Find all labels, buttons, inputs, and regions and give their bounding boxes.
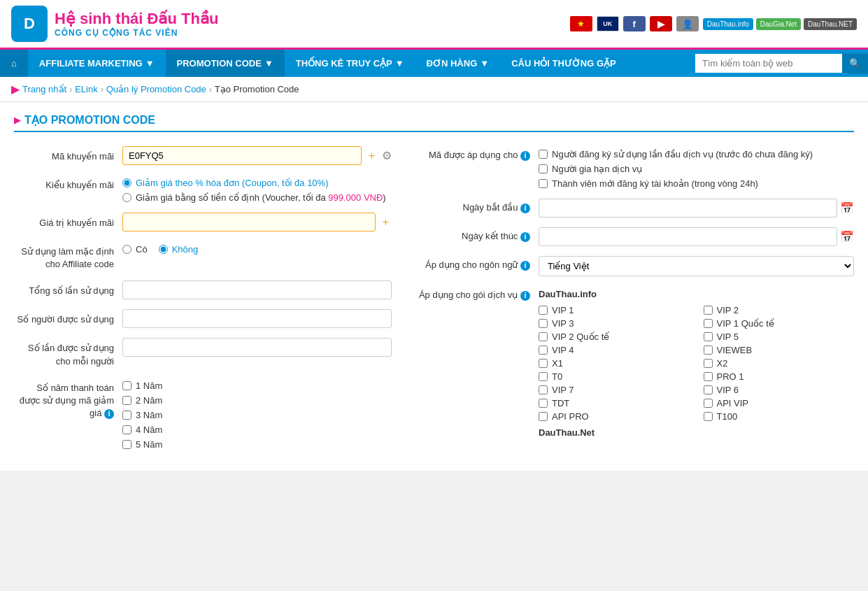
ngay-bat-dau-input[interactable]: [539, 199, 837, 218]
nam-5-item[interactable]: 5 Năm: [122, 439, 392, 450]
radio-khong[interactable]: Không: [159, 244, 199, 255]
service-item[interactable]: PRO 1: [704, 371, 855, 382]
radio-voucher[interactable]: Giảm giá bằng số tiền cố định (Voucher, …: [122, 192, 392, 203]
service-checkbox[interactable]: [539, 359, 548, 368]
service-item[interactable]: VIP 2 Quốc tế: [539, 332, 690, 342]
nav-affiliate-marketing[interactable]: AFFILIATE MARKETING ▼: [28, 50, 166, 77]
service-item[interactable]: VIP 3: [539, 318, 690, 329]
service-checkbox[interactable]: [539, 412, 548, 421]
nav-thong-ke[interactable]: THỐNG KÊ TRUY CẬP ▼: [285, 50, 415, 77]
nam-4-item[interactable]: 4 Năm: [122, 425, 392, 435]
service-item[interactable]: VIP 2: [704, 305, 855, 315]
ngay-ket-thuc-calendar-icon[interactable]: 📅: [840, 230, 854, 243]
nam-5-checkbox[interactable]: [122, 440, 131, 449]
service-item[interactable]: T100: [704, 411, 855, 422]
service-section-2: DauThau.Net: [539, 427, 854, 438]
service-item[interactable]: TDT: [539, 398, 690, 408]
service-item[interactable]: VIP 1 Quốc tế: [704, 318, 855, 329]
service-checkbox[interactable]: [704, 306, 713, 315]
service-checkbox[interactable]: [539, 332, 548, 341]
ngay-ket-thuc-input[interactable]: [539, 227, 837, 246]
ngay-bat-dau-calendar-icon[interactable]: 📅: [840, 201, 854, 215]
check-lan-dau-input[interactable]: [539, 150, 548, 159]
radio-voucher-label: Giảm giá bằng số tiền cố định (Voucher, …: [136, 192, 386, 203]
brand-link-1[interactable]: DauThau.info: [703, 18, 753, 30]
service-checkbox[interactable]: [704, 412, 713, 421]
nam-2-checkbox[interactable]: [122, 396, 131, 405]
user-icon[interactable]: 👤: [676, 16, 699, 31]
service-label-text: VIP 1: [552, 305, 574, 315]
service-item[interactable]: VIP 4: [539, 345, 690, 355]
check-thanh-vien-moi-input[interactable]: [539, 179, 548, 188]
nam-2-item[interactable]: 2 Năm: [122, 395, 392, 406]
nam-3-checkbox[interactable]: [122, 411, 131, 420]
nav-cau-hoi[interactable]: CÂU HỎI THƯỜNG GẶP: [500, 50, 627, 77]
check-lan-dau[interactable]: Người đăng ký sử dụng lần đầu dịch vụ (t…: [539, 149, 854, 159]
service-checkbox[interactable]: [704, 346, 713, 355]
check-gia-han[interactable]: Người gia hạn dịch vụ: [539, 164, 854, 174]
tong-so-input[interactable]: [122, 280, 392, 299]
service-checkbox[interactable]: [539, 306, 548, 315]
ngon-ngu-control: Tiếng Việt: [539, 256, 854, 276]
service-checkbox[interactable]: [704, 399, 713, 408]
goi-dich-vu-info-icon[interactable]: i: [520, 291, 530, 301]
required-mark: +: [366, 150, 378, 162]
service-checkbox[interactable]: [704, 385, 713, 394]
service-checkbox[interactable]: [539, 346, 548, 355]
ma-ap-dung-row: Mã được áp dụng cho i Người đăng ký sử d…: [413, 146, 854, 189]
gia-tri-input[interactable]: [122, 213, 376, 232]
radio-coupon-input[interactable]: [122, 178, 131, 187]
service-checkbox[interactable]: [539, 372, 548, 381]
service-checkbox[interactable]: [539, 319, 548, 328]
service-item[interactable]: API VIP: [704, 398, 855, 408]
service-item[interactable]: X1: [539, 358, 690, 369]
so-nam-info-icon[interactable]: i: [104, 409, 114, 419]
check-gia-han-input[interactable]: [539, 164, 548, 173]
search-button[interactable]: 🔍: [842, 53, 868, 73]
nav-promotion-code[interactable]: PROMOTION CODE ▼: [166, 50, 285, 77]
nam-3-item[interactable]: 3 Năm: [122, 410, 392, 420]
nav-home-button[interactable]: ⌂: [0, 50, 28, 77]
ngon-ngu-select[interactable]: Tiếng Việt: [539, 256, 854, 276]
service-item[interactable]: X2: [704, 358, 855, 369]
ma-ap-dung-info-icon[interactable]: i: [520, 151, 530, 161]
breadcrumb-trang-nhat[interactable]: Trang nhất: [22, 84, 66, 94]
search-input[interactable]: [695, 54, 842, 73]
service-item[interactable]: VIP 6: [704, 385, 855, 395]
youtube-icon[interactable]: ▶: [650, 16, 672, 31]
nam-4-checkbox[interactable]: [122, 425, 131, 434]
service-item[interactable]: VIP 7: [539, 385, 690, 395]
ngay-bat-dau-info-icon[interactable]: i: [520, 204, 530, 213]
service-item[interactable]: VIP 5: [704, 332, 855, 342]
ngon-ngu-info-icon[interactable]: i: [520, 261, 530, 271]
radio-khong-input[interactable]: [159, 245, 168, 254]
breadcrumb-elink[interactable]: ELink: [75, 84, 98, 94]
ma-khuyen-mai-input[interactable]: [122, 146, 362, 165]
service-item[interactable]: VIEWEB: [704, 345, 855, 355]
service-checkbox[interactable]: [704, 359, 713, 368]
brand-link-2[interactable]: DauGia.Net: [756, 18, 801, 30]
radio-coupon[interactable]: Giảm giá theo % hóa đơn (Coupon, tối đa …: [122, 178, 392, 188]
radio-co[interactable]: Có: [122, 244, 148, 255]
service-item[interactable]: T0: [539, 371, 690, 382]
service-item[interactable]: API PRO: [539, 411, 690, 422]
check-thanh-vien-moi[interactable]: Thành viên mới đăng ký tài khoản (trong …: [539, 178, 854, 189]
service-checkbox[interactable]: [539, 385, 548, 394]
service-checkbox[interactable]: [704, 332, 713, 341]
nav-don-hang[interactable]: ĐƠN HÀNG ▼: [415, 50, 501, 77]
facebook-icon[interactable]: f: [623, 16, 646, 31]
brand-link-3[interactable]: DauThau.NET: [804, 18, 857, 30]
service-item[interactable]: VIP 1: [539, 305, 690, 315]
radio-voucher-input[interactable]: [122, 193, 131, 202]
gear-icon[interactable]: ⚙: [382, 149, 392, 162]
nam-1-item[interactable]: 1 Năm: [122, 380, 392, 391]
ngay-ket-thuc-info-icon[interactable]: i: [520, 232, 530, 242]
radio-co-input[interactable]: [122, 245, 131, 254]
breadcrumb-quan-ly[interactable]: Quản lý Promotion Code: [106, 84, 206, 94]
nam-1-checkbox[interactable]: [122, 381, 131, 390]
service-checkbox[interactable]: [539, 399, 548, 408]
service-checkbox[interactable]: [704, 319, 713, 328]
service-checkbox[interactable]: [704, 372, 713, 381]
so-nguoi-input[interactable]: [122, 309, 392, 328]
so-lan-input[interactable]: [122, 338, 392, 357]
